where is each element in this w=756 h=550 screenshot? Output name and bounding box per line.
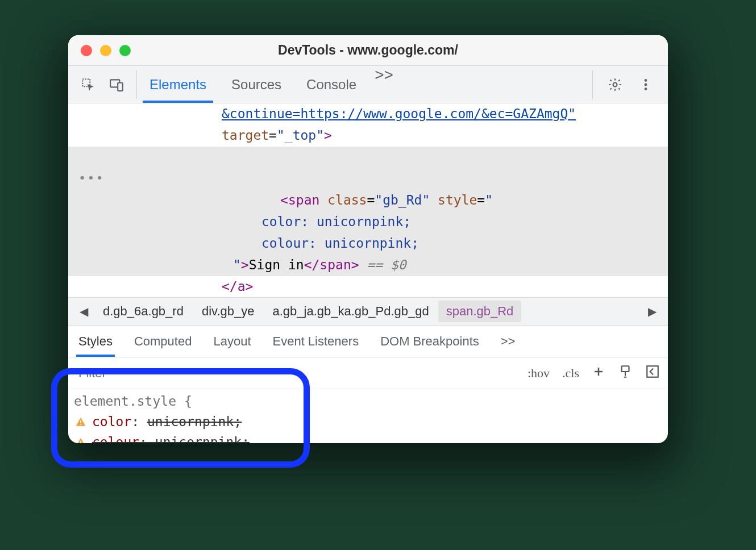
subtab-computed[interactable]: Computed <box>134 326 192 357</box>
dom-row[interactable]: ">Sign in</span> == $0 <box>68 255 668 276</box>
dom-row[interactable]: </a> <box>68 276 668 298</box>
svg-rect-11 <box>80 440 81 443</box>
tab-console[interactable]: Console <box>294 66 369 103</box>
rule-selector[interactable]: element.style <box>74 394 176 409</box>
tab-sources[interactable]: Sources <box>219 66 294 103</box>
breadcrumb-next-icon[interactable]: ▶ <box>642 305 662 318</box>
svg-point-5 <box>645 83 647 86</box>
paint-flash-icon[interactable] <box>618 364 633 382</box>
subtab-styles[interactable]: Styles <box>78 326 113 357</box>
style-declaration[interactable]: color: unicornpink; <box>74 412 668 432</box>
subtab-layout[interactable]: Layout <box>213 326 251 357</box>
dom-url-fragment: &continue=https://www.google.com/&ec=GAZ… <box>222 106 576 121</box>
tabs-overflow-icon[interactable]: >> <box>369 66 399 103</box>
dom-row-selected[interactable]: ••• <span class="gb_Rd" style=" <box>68 147 668 211</box>
hov-toggle[interactable]: :hov <box>527 366 550 381</box>
window-title: DevTools - www.google.com/ <box>68 43 668 58</box>
styles-filter-row: :hov .cls <box>68 357 668 389</box>
inspect-element-icon[interactable] <box>81 77 95 92</box>
breadcrumb-item[interactable]: d.gb_6a.gb_rd <box>94 304 193 319</box>
subtab-event-listeners[interactable]: Event Listeners <box>273 326 359 357</box>
svg-point-4 <box>645 79 647 82</box>
subtabs-overflow-icon[interactable]: >> <box>501 326 516 357</box>
styles-filter-input[interactable] <box>78 366 317 381</box>
tab-elements[interactable]: Elements <box>137 66 219 103</box>
subtab-dom-breakpoints[interactable]: DOM Breakpoints <box>380 326 479 357</box>
svg-rect-9 <box>80 420 81 423</box>
dom-row[interactable]: colour: unicornpink; <box>68 233 668 255</box>
svg-rect-10 <box>80 424 81 425</box>
svg-point-6 <box>645 88 647 90</box>
window-zoom-button[interactable] <box>119 45 131 56</box>
new-style-rule-icon[interactable] <box>592 365 605 382</box>
breadcrumb-prev-icon[interactable]: ◀ <box>74 305 94 318</box>
main-toolbar: Elements Sources Console >> <box>68 66 668 103</box>
svg-point-3 <box>613 82 617 86</box>
dom-breadcrumb[interactable]: ◀ d.gb_6a.gb_rd div.gb_ye a.gb_ja.gb_ka.… <box>68 297 668 326</box>
warning-icon <box>75 416 86 428</box>
main-tabs: Elements Sources Console >> <box>137 66 399 103</box>
svg-rect-8 <box>647 366 658 377</box>
styles-pane[interactable]: element.style { color: unicornpink; colo… <box>68 389 668 443</box>
window-close-button[interactable] <box>81 45 92 56</box>
dom-row[interactable]: &continue=https://www.google.com/&ec=GAZ… <box>68 103 668 125</box>
gear-icon[interactable] <box>608 77 622 92</box>
dom-row[interactable]: color: unicornpink; <box>68 211 668 233</box>
traffic-lights <box>81 45 131 56</box>
cls-toggle[interactable]: .cls <box>562 366 579 381</box>
device-toolbar-icon[interactable] <box>109 77 124 92</box>
ellipsis-icon[interactable]: ••• <box>78 168 105 189</box>
kebab-menu-icon[interactable] <box>638 77 653 92</box>
window-minimize-button[interactable] <box>100 45 111 56</box>
breadcrumb-item[interactable]: a.gb_ja.gb_ka.gb_Pd.gb_gd <box>263 304 438 319</box>
svg-rect-7 <box>622 366 629 372</box>
dom-row[interactable]: target="_top"> <box>68 125 668 147</box>
warning-icon <box>75 437 86 443</box>
computed-toggle-icon[interactable] <box>645 364 660 382</box>
breadcrumb-item[interactable]: div.gb_ye <box>193 304 264 319</box>
devtools-window: DevTools - www.google.com/ Elements Sour… <box>68 35 668 443</box>
dom-tree[interactable]: &continue=https://www.google.com/&ec=GAZ… <box>68 103 668 297</box>
style-declaration[interactable]: colour: unicornpink; <box>74 432 668 443</box>
styles-subtabs: Styles Computed Layout Event Listeners D… <box>68 326 668 357</box>
window-titlebar: DevTools - www.google.com/ <box>68 35 668 66</box>
breadcrumb-item-selected[interactable]: span.gb_Rd <box>438 301 522 322</box>
svg-rect-2 <box>118 82 123 90</box>
